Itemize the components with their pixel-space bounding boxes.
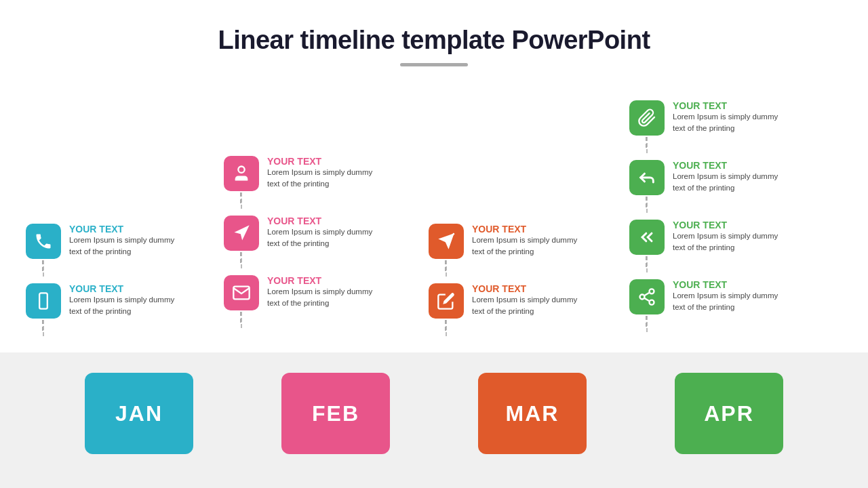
feb-lorem-3: Lorem Ipsum is simply dummy text of the … [267, 286, 376, 310]
feb-icon-3 [224, 275, 259, 310]
apr-lorem-3: Lorem Ipsum is simply dummy text of the … [673, 230, 781, 254]
svg-point-6 [650, 289, 654, 293]
svg-line-9 [644, 298, 650, 302]
apr-yourtext-4: YOUR TEXT [673, 279, 781, 290]
mar-column: YOUR TEXT Lorem Ipsum is simply dummy te… [429, 224, 580, 338]
month-jan: JAN [85, 373, 193, 454]
title-divider [400, 63, 468, 66]
feb-yourtext-2: YOUR TEXT [267, 216, 376, 226]
mar-icon-2 [429, 283, 464, 319]
feb-lorem-2: Lorem Ipsum is simply dummy text of the … [267, 226, 376, 250]
feb-lorem-1: Lorem Ipsum is simply dummy text of the … [267, 167, 376, 190]
feb-yourtext-1: YOUR TEXT [267, 156, 376, 167]
svg-marker-5 [438, 233, 454, 249]
apr-lorem-2: Lorem Ipsum is simply dummy text of the … [673, 171, 781, 195]
apr-item-3: YOUR TEXT Lorem Ipsum is simply dummy te… [629, 220, 781, 274]
svg-point-2 [238, 167, 244, 173]
feb-item-2: YOUR TEXT Lorem Ipsum is simply dummy te… [224, 216, 376, 270]
apr-item-1: YOUR TEXT Lorem Ipsum is simply dummy te… [629, 100, 781, 155]
jan-yourtext-2: YOUR TEXT [69, 283, 178, 294]
mar-icon-1 [429, 224, 464, 259]
mar-item-1: YOUR TEXT Lorem Ipsum is simply dummy te… [429, 224, 580, 278]
mar-yourtext-2: YOUR TEXT [472, 283, 580, 294]
apr-icon-4 [629, 279, 665, 314]
apr-yourtext-1: YOUR TEXT [673, 100, 781, 111]
feb-item-3: YOUR TEXT Lorem Ipsum is simply dummy te… [224, 275, 376, 329]
month-apr: APR [675, 373, 783, 454]
apr-icon-1 [629, 100, 665, 136]
svg-marker-3 [235, 225, 250, 240]
jan-lorem-1: Lorem Ipsum is simply dummy text of the … [69, 235, 178, 258]
page-title: Linear timeline template PowerPoint [0, 0, 868, 55]
mar-item-2: YOUR TEXT Lorem Ipsum is simply dummy te… [429, 283, 580, 338]
svg-point-8 [650, 300, 654, 305]
jan-column: YOUR TEXT Lorem Ipsum is simply dummy te… [26, 224, 178, 338]
jan-lorem-2: Lorem Ipsum is simply dummy text of the … [69, 294, 178, 318]
mar-lorem-2: Lorem Ipsum is simply dummy text of the … [472, 294, 580, 318]
mar-yourtext-1: YOUR TEXT [472, 224, 580, 235]
apr-lorem-4: Lorem Ipsum is simply dummy text of the … [673, 290, 781, 314]
apr-yourtext-2: YOUR TEXT [673, 160, 781, 171]
jan-icon-1 [26, 224, 61, 259]
jan-yourtext-1: YOUR TEXT [69, 224, 178, 235]
apr-icon-3 [629, 220, 665, 255]
apr-column: YOUR TEXT Lorem Ipsum is simply dummy te… [629, 100, 781, 333]
feb-item-1: YOUR TEXT Lorem Ipsum is simply dummy te… [224, 156, 376, 210]
feb-icon-1 [224, 156, 259, 191]
apr-yourtext-3: YOUR TEXT [673, 220, 781, 230]
svg-line-10 [644, 293, 650, 296]
apr-item-2: YOUR TEXT Lorem Ipsum is simply dummy te… [629, 160, 781, 214]
svg-point-7 [640, 295, 645, 300]
months-container: JAN FEB MAR APR [0, 373, 868, 454]
feb-column: YOUR TEXT Lorem Ipsum is simply dummy te… [224, 156, 376, 329]
apr-lorem-1: Lorem Ipsum is simply dummy text of the … [673, 111, 781, 135]
mar-lorem-1: Lorem Ipsum is simply dummy text of the … [472, 235, 580, 258]
jan-item-1: YOUR TEXT Lorem Ipsum is simply dummy te… [26, 224, 178, 278]
month-feb: FEB [281, 373, 390, 454]
apr-item-4: YOUR TEXT Lorem Ipsum is simply dummy te… [629, 279, 781, 333]
feb-yourtext-3: YOUR TEXT [267, 275, 376, 286]
jan-item-2: YOUR TEXT Lorem Ipsum is simply dummy te… [26, 283, 178, 338]
month-mar: MAR [478, 373, 587, 454]
jan-icon-2 [26, 283, 61, 319]
apr-icon-2 [629, 160, 665, 195]
feb-icon-2 [224, 216, 259, 251]
